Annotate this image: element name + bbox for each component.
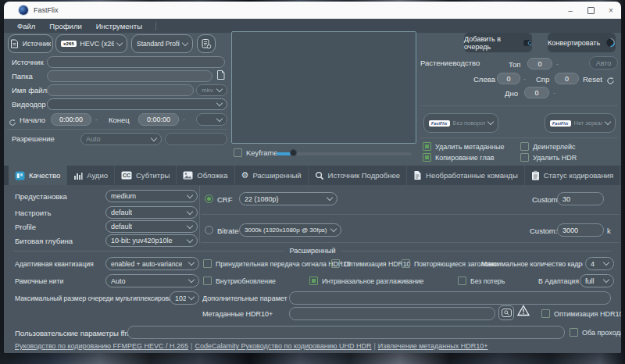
frame-threads-select[interactable]: Auto bbox=[105, 274, 199, 287]
tab-quality[interactable]: Качество bbox=[9, 166, 67, 185]
keyframe-label: Keyframe bbox=[246, 148, 278, 157]
crf-custom-input[interactable] bbox=[557, 192, 604, 205]
add-to-queue-button[interactable]: Добавить в очередь bbox=[464, 33, 532, 52]
resolution-custom-input[interactable] bbox=[165, 133, 227, 145]
tab-source-details[interactable]: Источник Подробнее bbox=[309, 166, 407, 185]
mux-queue-select[interactable]: 1024 bbox=[170, 291, 199, 305]
both-passes-checkbox[interactable]: Оба прохода bbox=[570, 328, 621, 337]
chevron-down-icon bbox=[216, 86, 223, 92]
link-codecalamity-guide[interactable]: CodeCalamity Руководство по кодированию … bbox=[195, 342, 371, 350]
hdr10plus-metadata-input[interactable] bbox=[289, 307, 495, 320]
keyframe-checkbox[interactable]: Keyframe bbox=[234, 148, 278, 157]
crop-reset-button[interactable]: Reset bbox=[583, 75, 602, 84]
convert-button[interactable]: Конвертировать bbox=[548, 33, 616, 52]
tab-encode-queue[interactable]: Очередь кодирования bbox=[620, 166, 621, 185]
menu-file[interactable]: Файл bbox=[10, 22, 42, 30]
tab-encode-status[interactable]: Статус кодирования bbox=[525, 166, 620, 185]
link-ffmpeg-guide[interactable]: Руководство по кодированию FFMPEG HEVC /… bbox=[15, 342, 188, 350]
crop-bottom-input[interactable] bbox=[524, 87, 549, 98]
resolution-select[interactable]: Auto bbox=[80, 133, 162, 145]
deinterlace-checkbox[interactable]: Деинтерлейс bbox=[520, 142, 576, 151]
tab-audio[interactable]: Аудио bbox=[67, 166, 115, 185]
close-button[interactable]: × bbox=[601, 2, 621, 19]
chevron-down-icon bbox=[188, 277, 195, 283]
aq-select[interactable]: enabled + auto-variance bbox=[105, 257, 199, 270]
copy-chapters-checkbox[interactable]: Копирование глав bbox=[423, 153, 494, 162]
codec-badge: x265 bbox=[61, 41, 77, 47]
tab-raw-commands[interactable]: Необработанные команды bbox=[407, 166, 525, 185]
desktop: FastFlix – × Файл Профили Инструменты Ис… bbox=[0, 0, 625, 364]
menu-tools[interactable]: Инструменты bbox=[89, 22, 149, 30]
codec-select[interactable]: x265 HEVC (x265) bbox=[55, 34, 127, 53]
svg-text:CC: CC bbox=[123, 173, 130, 178]
bitrate-select[interactable]: 3000k (1920x1080p @ 30fps) bbox=[239, 223, 341, 237]
tab-subtitles[interactable]: CC Субтитры bbox=[115, 166, 177, 185]
hdr10-signal-checkbox[interactable]: Принудительная передача сигнала HDR10 bbox=[203, 259, 351, 268]
help-links: Руководство по кодированию FFMPEG HEVC /… bbox=[15, 342, 488, 350]
source-button-label: Источник bbox=[23, 40, 51, 48]
advanced-section-title: Расширенный bbox=[290, 247, 336, 255]
folder-browse-icon bbox=[216, 70, 226, 80]
profile-select[interactable]: Standard Profile bbox=[131, 34, 193, 53]
encode-status-icon bbox=[531, 170, 540, 180]
maximize-icon bbox=[588, 7, 595, 14]
hdr10plus-browse-button[interactable] bbox=[498, 305, 514, 320]
tab-cover[interactable]: Обложка bbox=[177, 166, 234, 185]
preset-select[interactable]: medium bbox=[105, 190, 198, 202]
bitrate-radio[interactable] bbox=[205, 226, 213, 234]
checkbox-icon bbox=[423, 142, 431, 151]
video-track-select[interactable] bbox=[47, 98, 227, 110]
convert-icon bbox=[605, 37, 616, 48]
trim-unit-select[interactable] bbox=[196, 113, 227, 126]
filename-input[interactable] bbox=[47, 84, 194, 96]
tab-advanced[interactable]: ⚙ Расширенный bbox=[235, 166, 309, 185]
end-time-input[interactable] bbox=[138, 113, 179, 126]
intra-refresh-checkbox[interactable]: Внутриобновление bbox=[203, 277, 276, 285]
extension-select[interactable]: mkv bbox=[196, 84, 227, 96]
source-button[interactable]: Источник bbox=[8, 34, 53, 53]
start-time-input[interactable] bbox=[51, 113, 91, 126]
custom-ffmpeg-input[interactable] bbox=[127, 326, 565, 339]
checkbox-icon bbox=[402, 259, 410, 268]
extra-params-input[interactable] bbox=[289, 291, 611, 305]
hdr10-opt-checkbox[interactable]: Оптимизация HDR10 bbox=[331, 259, 410, 268]
maximize-button[interactable] bbox=[580, 2, 601, 19]
crop-dash: - bbox=[553, 89, 555, 97]
max-bframes-select[interactable]: 4 bbox=[585, 257, 614, 270]
crop-reset-icon[interactable] bbox=[606, 74, 615, 88]
crop-right-input[interactable] bbox=[555, 73, 579, 84]
folder-browse-button[interactable] bbox=[216, 70, 226, 84]
tune-select[interactable]: default bbox=[105, 206, 198, 219]
lossless-checkbox[interactable]: Без потерь bbox=[458, 277, 505, 285]
trim-refresh-icon[interactable] bbox=[9, 116, 16, 130]
chevron-down-icon bbox=[603, 259, 609, 266]
crf-select[interactable]: 22 (1080p) bbox=[239, 192, 338, 205]
frame-threads-label: Рамочные нити bbox=[15, 277, 63, 285]
link-hdr10plus-extract[interactable]: Извлечение метаданных HDR10+ bbox=[378, 342, 488, 350]
intra-smoothing-checkbox[interactable]: Интраназальное разглаживание bbox=[309, 277, 423, 285]
checkbox-icon bbox=[234, 148, 242, 157]
divider bbox=[199, 186, 200, 243]
encoder-profile-select[interactable]: default bbox=[105, 220, 198, 233]
preview-slider-handle[interactable] bbox=[290, 149, 297, 156]
flip-select[interactable]: FastFlix Нет зеркала bbox=[545, 113, 616, 133]
crop-top-input[interactable] bbox=[527, 58, 552, 70]
remove-hdr-checkbox[interactable]: Удалить HDR bbox=[520, 153, 577, 162]
source-input[interactable] bbox=[47, 56, 225, 68]
menu-profiles[interactable]: Профили bbox=[42, 22, 88, 30]
crf-radio[interactable] bbox=[205, 194, 213, 203]
bitrate-custom-input[interactable] bbox=[557, 223, 604, 237]
hdr10plus-opt-checkbox[interactable]: Оптимизация HDR10+ bbox=[541, 309, 621, 318]
bit-depth-select[interactable]: 10-bit: yuv420p10le bbox=[105, 234, 198, 247]
minimize-button[interactable]: – bbox=[560, 2, 580, 19]
remove-metadata-checkbox[interactable]: Удалить метаданные bbox=[423, 142, 504, 151]
crop-left-input[interactable] bbox=[497, 73, 520, 84]
rotate-select[interactable]: FastFlix Без поворота bbox=[423, 113, 498, 133]
b-adapt-select[interactable]: full bbox=[580, 274, 614, 287]
bitrate-custom-label: Custom: bbox=[530, 227, 557, 235]
profile-settings-button[interactable] bbox=[197, 34, 216, 53]
crop-auto-button[interactable]: Авто bbox=[589, 56, 618, 70]
crop-dash: - bbox=[556, 60, 559, 68]
chevron-down-icon bbox=[116, 39, 123, 45]
folder-input[interactable] bbox=[47, 70, 212, 82]
